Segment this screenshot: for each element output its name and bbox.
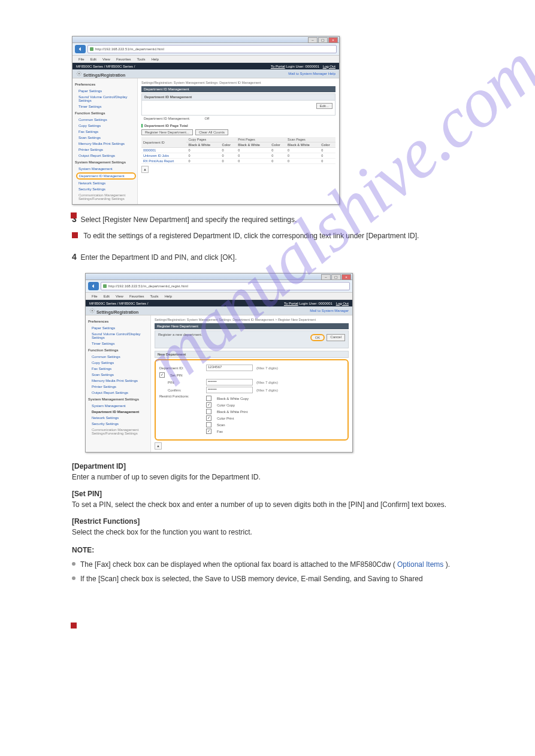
to-portal-link[interactable]: To Portal bbox=[271, 65, 285, 68]
device-header: MF8500C Series / MF8500C Series / To Por… bbox=[72, 63, 339, 69]
sidebar-item-security[interactable]: Security Settings bbox=[86, 421, 150, 427]
menu-view[interactable]: View bbox=[116, 294, 123, 298]
sidebar-item-network[interactable]: Network Settings bbox=[86, 415, 150, 421]
address-bar[interactable]: http://192.168.222.51/m_departmentid_reg… bbox=[101, 282, 350, 290]
browser-menubar: File Edit View Favorites Tools Help bbox=[72, 56, 339, 63]
sidebar-item-printer[interactable]: Printer Settings bbox=[86, 384, 150, 390]
sidebar-item-timer[interactable]: Timer Settings bbox=[86, 341, 150, 347]
minimize-button[interactable]: – bbox=[308, 37, 318, 43]
logout-link[interactable]: Log Out bbox=[323, 65, 335, 68]
back-to-top-button[interactable]: ▲ bbox=[155, 442, 162, 450]
to-portal-link[interactable]: To Portal bbox=[284, 302, 298, 305]
main-pane-1: Settings/Registration: System Management… bbox=[138, 78, 339, 204]
menu-file[interactable]: File bbox=[92, 294, 98, 298]
ok-button[interactable]: OK bbox=[310, 334, 325, 341]
sidebar-item-sound[interactable]: Sound Volume Control/Display Settings bbox=[86, 331, 150, 341]
menu-favorites[interactable]: Favorites bbox=[129, 294, 144, 298]
cancel-button[interactable]: Cancel bbox=[327, 334, 345, 341]
menu-help[interactable]: Help bbox=[165, 294, 172, 298]
sidebar-item-scan[interactable]: Scan Settings bbox=[72, 135, 137, 141]
sidebar-item-fax[interactable]: Fax Settings bbox=[86, 366, 150, 372]
sidebar-item-scan[interactable]: Scan Settings bbox=[86, 372, 150, 378]
rf-label: Black & White Copy bbox=[217, 397, 249, 400]
sidebar-item-copy[interactable]: Copy Settings bbox=[72, 123, 137, 129]
rf-label: Color Print bbox=[217, 417, 234, 420]
address-bar[interactable]: http://192.168.222.51/m_departmentid.htm… bbox=[87, 45, 337, 53]
menu-edit[interactable]: Edit bbox=[90, 57, 96, 61]
sidebar-head-prefs: Preferences bbox=[86, 318, 150, 325]
mail-sysmgr-link[interactable]: Mail to System Manager bbox=[310, 309, 349, 312]
deptid-mgmt-value: Off bbox=[204, 117, 209, 120]
sidebar-item-common[interactable]: Common Settings bbox=[72, 117, 137, 123]
sidebar-item-memory[interactable]: Memory Media Print Settings bbox=[86, 378, 150, 384]
close-button[interactable]: × bbox=[328, 37, 338, 43]
arrow-left-icon bbox=[78, 47, 83, 51]
rf-cbx-colorprint[interactable] bbox=[206, 415, 211, 421]
sidebar-item-sound[interactable]: Sound Volume Control/Display Settings bbox=[72, 94, 137, 104]
deptid-input[interactable]: 1234567 bbox=[206, 365, 253, 371]
sidebar-item-system[interactable]: System Management bbox=[86, 403, 150, 409]
sidebar-item-comm[interactable]: Communication Management Settings/Forwar… bbox=[86, 427, 150, 436]
menu-edit[interactable]: Edit bbox=[104, 294, 110, 298]
minimize-button[interactable]: – bbox=[321, 274, 331, 280]
optional-items-link[interactable]: Optional Items bbox=[397, 560, 443, 569]
dept-id-link[interactable]: Unknown ID Jobs bbox=[141, 153, 186, 159]
menu-view[interactable]: View bbox=[102, 57, 110, 61]
setpin-checkbox[interactable] bbox=[159, 372, 165, 378]
menu-tools[interactable]: Tools bbox=[137, 57, 146, 61]
browser-window-1: – ▢ × http://192.168.222.51/m_department… bbox=[72, 36, 340, 205]
menu-help[interactable]: Help bbox=[152, 57, 159, 61]
dept-id-link[interactable]: 0000001 bbox=[141, 148, 186, 153]
rf-cbx-bwcopy[interactable] bbox=[206, 396, 211, 401]
edit-button[interactable]: Edit... bbox=[316, 103, 333, 109]
back-button[interactable] bbox=[75, 45, 86, 53]
help-link[interactable]: Help bbox=[328, 72, 335, 75]
deptid-mgmt-label: Department ID Management: bbox=[144, 117, 190, 120]
sidebar-item-deptid[interactable]: Department ID Management bbox=[76, 172, 136, 180]
window-titlebar: – ▢ × bbox=[86, 274, 352, 280]
maximize-button[interactable]: ▢ bbox=[318, 37, 328, 43]
browser-nav: http://192.168.222.51/m_departmentid.htm… bbox=[72, 43, 339, 56]
logout-link[interactable]: Log Out bbox=[336, 302, 349, 305]
login-user-label: Login User: 0000001 bbox=[286, 65, 319, 68]
confirm-input[interactable]: ••••••• bbox=[206, 387, 253, 393]
dept-id-link[interactable]: RX Print/Auto Report bbox=[141, 159, 186, 164]
back-to-top-button[interactable]: ▲ bbox=[141, 166, 149, 173]
menu-favorites[interactable]: Favorites bbox=[116, 57, 131, 61]
confirm-label: Confirm: bbox=[159, 388, 202, 392]
rf-cbx-fax[interactable] bbox=[206, 429, 211, 434]
sidebar-item-printer[interactable]: Printer Settings bbox=[72, 147, 137, 153]
sidebar-item-timer[interactable]: Timer Settings bbox=[72, 104, 137, 110]
sidebar-item-output[interactable]: Output Report Settings bbox=[72, 153, 137, 159]
sidebar-item-output[interactable]: Output Report Settings bbox=[86, 390, 150, 396]
note-heading: NOTE: bbox=[72, 545, 499, 555]
rf-cbx-bwprint[interactable] bbox=[206, 409, 211, 414]
clear-all-counts-button[interactable]: Clear All Counts bbox=[195, 129, 228, 135]
sidebar-item-network[interactable]: Network Settings bbox=[72, 180, 137, 186]
mail-sysmgr-link[interactable]: Mail to System Manager bbox=[288, 72, 327, 75]
note-fax-text: The [Fax] check box can be displayed whe… bbox=[80, 560, 395, 569]
rf-cbx-colorcopy[interactable] bbox=[206, 402, 211, 408]
sidebar-item-security[interactable]: Security Settings bbox=[72, 186, 137, 192]
sidebar-item-system[interactable]: System Management bbox=[72, 166, 137, 172]
fd-setpin-desc: To set a PIN, select the check box and e… bbox=[72, 500, 446, 509]
sidebar-item-comm[interactable]: Communication Management Settings/Forwar… bbox=[72, 192, 137, 202]
sidebar-item-memory[interactable]: Memory Media Print Settings bbox=[72, 141, 137, 147]
sidebar-item-common[interactable]: Common Settings bbox=[86, 354, 150, 360]
cell-value: 0 bbox=[270, 153, 286, 159]
close-button[interactable]: × bbox=[341, 274, 351, 280]
sidebar-item-copy[interactable]: Copy Settings bbox=[86, 360, 150, 366]
register-new-dept-button[interactable]: Register New Department... bbox=[141, 129, 193, 135]
sidebar-item-paper[interactable]: Paper Settings bbox=[72, 88, 137, 94]
menu-tools[interactable]: Tools bbox=[150, 294, 159, 298]
new-dept-form: Department ID: 1234567 (Max 7 digits) Se… bbox=[155, 359, 349, 441]
back-button[interactable] bbox=[88, 282, 99, 290]
sidebar-item-fax[interactable]: Fax Settings bbox=[72, 129, 137, 135]
maximize-button[interactable]: ▢ bbox=[331, 274, 341, 280]
menu-file[interactable]: File bbox=[78, 57, 84, 61]
sidebar-item-paper[interactable]: Paper Settings bbox=[86, 325, 150, 331]
pin-input[interactable]: ••••••• bbox=[206, 379, 253, 385]
sidebar-item-deptid[interactable]: Department ID Management bbox=[86, 409, 150, 415]
step3-heading: Select [Register New Department] and spe… bbox=[80, 215, 297, 224]
rf-cbx-scan[interactable] bbox=[206, 422, 211, 427]
